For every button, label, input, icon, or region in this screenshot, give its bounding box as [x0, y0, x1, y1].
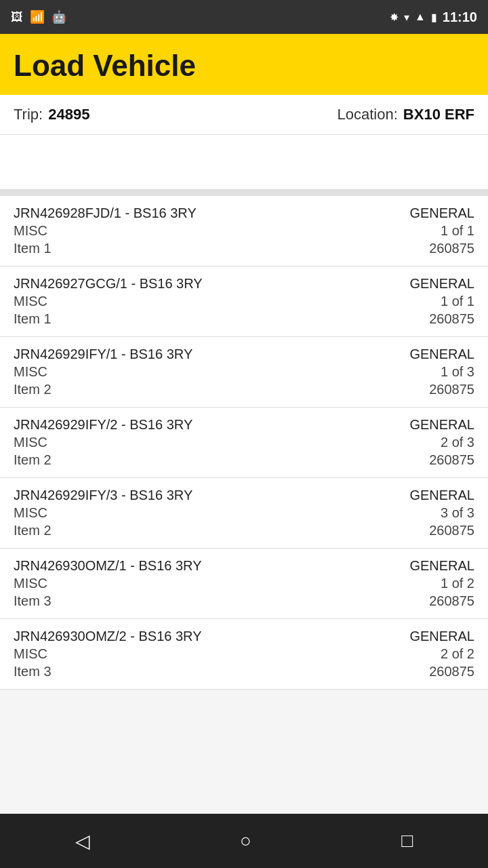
list-item[interactable]: JRN426929IFY/1 - BS16 3RY MISC Item 2 GE…: [0, 337, 488, 408]
item-left-0: JRN426928FJD/1 - BS16 3RY MISC Item 1: [14, 205, 393, 256]
item-right-0: GENERAL 1 of 1 260875: [393, 205, 474, 256]
item-id: JRN426929IFY/1 - BS16 3RY: [14, 347, 393, 362]
item-type: MISC: [14, 364, 393, 380]
item-left-5: JRN426930OMZ/1 - BS16 3RY MISC Item 3: [14, 558, 393, 609]
section-divider: [0, 191, 488, 196]
item-left-2: JRN426929IFY/1 - BS16 3RY MISC Item 2: [14, 347, 393, 397]
item-code: 260875: [429, 382, 474, 397]
image-icon: 🖼: [11, 10, 23, 24]
item-left-4: JRN426929IFY/3 - BS16 3RY MISC Item 2: [14, 488, 393, 538]
item-code: 260875: [429, 311, 474, 327]
list-item[interactable]: JRN426929IFY/3 - BS16 3RY MISC Item 2 GE…: [0, 478, 488, 549]
list-item[interactable]: JRN426927GCG/1 - BS16 3RY MISC Item 1 GE…: [0, 267, 488, 337]
status-left-icons: 🖼 📶 🤖: [11, 9, 66, 24]
item-count: 3 of 3: [441, 505, 474, 521]
item-code: 260875: [429, 452, 474, 468]
item-right-3: GENERAL 2 of 3 260875: [393, 417, 474, 468]
item-type: MISC: [14, 223, 393, 239]
item-code: 260875: [429, 593, 474, 609]
item-code: 260875: [429, 241, 474, 256]
app-header: Load Vehicle: [0, 34, 488, 95]
navigation-bar: [0, 814, 488, 868]
item-left-1: JRN426927GCG/1 - BS16 3RY MISC Item 1: [14, 276, 393, 327]
item-label: Item 1: [14, 241, 393, 256]
item-right-1: GENERAL 1 of 1 260875: [393, 276, 474, 327]
item-category: GENERAL: [409, 488, 474, 503]
item-label: Item 2: [14, 523, 393, 538]
item-id: JRN426930OMZ/1 - BS16 3RY: [14, 558, 393, 574]
item-right-6: GENERAL 2 of 2 260875: [393, 629, 474, 679]
android-icon: 🤖: [52, 9, 66, 24]
home-button[interactable]: [220, 823, 272, 859]
item-right-5: GENERAL 1 of 2 260875: [393, 558, 474, 609]
item-type: MISC: [14, 435, 393, 450]
item-count: 1 of 1: [441, 223, 474, 239]
list-item[interactable]: JRN426928FJD/1 - BS16 3RY MISC Item 1 GE…: [0, 196, 488, 267]
trip-label: Trip:: [14, 106, 43, 123]
item-label: Item 1: [14, 311, 393, 327]
item-label: Item 2: [14, 452, 393, 468]
item-count: 2 of 2: [441, 646, 474, 662]
item-category: GENERAL: [409, 417, 474, 433]
item-id: JRN426927GCG/1 - BS16 3RY: [14, 276, 393, 292]
item-category: GENERAL: [409, 629, 474, 644]
item-type: MISC: [14, 576, 393, 591]
item-left-6: JRN426930OMZ/2 - BS16 3RY MISC Item 3: [14, 629, 393, 679]
item-count: 1 of 1: [441, 294, 474, 309]
item-left-3: JRN426929IFY/2 - BS16 3RY MISC Item 2: [14, 417, 393, 468]
list-item[interactable]: JRN426930OMZ/2 - BS16 3RY MISC Item 3 GE…: [0, 619, 488, 690]
item-category: GENERAL: [409, 205, 474, 221]
battery-icon: ▮: [431, 11, 437, 24]
location-label: Location:: [338, 106, 398, 123]
recent-apps-button[interactable]: [381, 823, 433, 859]
status-right-icons: ✸ ▾ ▲ ▮ 11:10: [390, 9, 477, 25]
item-label: Item 3: [14, 593, 393, 609]
item-id: JRN426929IFY/2 - BS16 3RY: [14, 417, 393, 433]
item-type: MISC: [14, 294, 393, 309]
list-item[interactable]: JRN426930OMZ/1 - BS16 3RY MISC Item 3 GE…: [0, 549, 488, 619]
list-item[interactable]: JRN426929IFY/2 - BS16 3RY MISC Item 2 GE…: [0, 408, 488, 478]
item-id: JRN426928FJD/1 - BS16 3RY: [14, 205, 393, 221]
search-input[interactable]: [11, 142, 477, 182]
search-container: [0, 135, 488, 191]
status-time: 11:10: [443, 9, 477, 25]
status-bar: 🖼 📶 🤖 ✸ ▾ ▲ ▮ 11:10: [0, 0, 488, 34]
page-title: Load Vehicle: [14, 49, 474, 83]
bluetooth-icon: ✸: [390, 11, 399, 24]
item-count: 1 of 3: [441, 364, 474, 380]
item-right-2: GENERAL 1 of 3 260875: [393, 347, 474, 397]
item-right-4: GENERAL 3 of 3 260875: [393, 488, 474, 538]
item-category: GENERAL: [409, 347, 474, 362]
signal-icon: 📶: [30, 9, 45, 24]
item-id: JRN426930OMZ/2 - BS16 3RY: [14, 629, 393, 644]
item-category: GENERAL: [409, 276, 474, 292]
items-list: JRN426928FJD/1 - BS16 3RY MISC Item 1 GE…: [0, 196, 488, 814]
trip-info-bar: Trip: 24895 Location: BX10 ERF: [0, 95, 488, 135]
item-id: JRN426929IFY/3 - BS16 3RY: [14, 488, 393, 503]
wifi-icon: ▾: [404, 11, 409, 24]
item-label: Item 2: [14, 382, 393, 397]
item-code: 260875: [429, 523, 474, 538]
location-value: BX10 ERF: [403, 106, 474, 123]
item-category: GENERAL: [409, 558, 474, 574]
item-count: 2 of 3: [441, 435, 474, 450]
item-code: 260875: [429, 664, 474, 679]
item-label: Item 3: [14, 664, 393, 679]
item-type: MISC: [14, 505, 393, 521]
trip-value: 24895: [48, 106, 89, 123]
item-count: 1 of 2: [441, 576, 474, 591]
cellular-icon: ▲: [415, 11, 426, 23]
back-button[interactable]: [55, 823, 110, 859]
item-type: MISC: [14, 646, 393, 662]
